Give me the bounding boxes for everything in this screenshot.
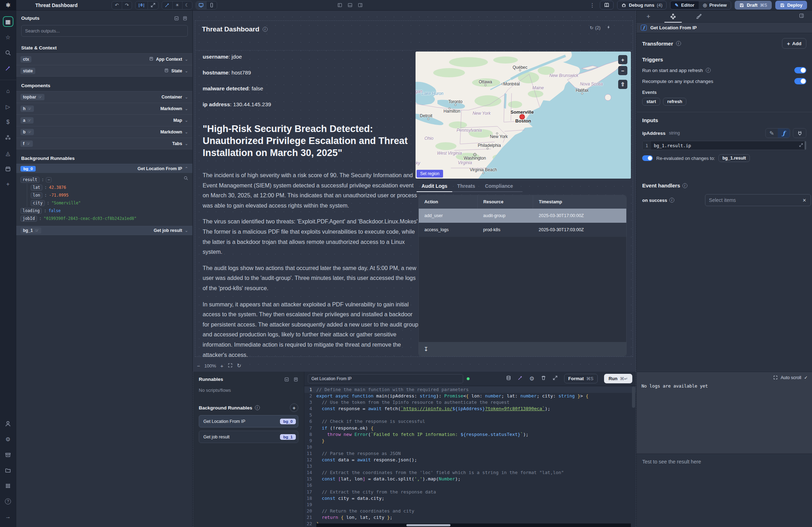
component-row-a[interactable]: a☞Map⌄ [16,114,192,126]
debug-runs-button[interactable]: Debug runs(4) [617,1,667,10]
editor-tab[interactable]: ✎Editor [670,1,698,9]
input-expression-editor[interactable]: 1 bg_1.result.ip [642,141,806,150]
dark-mode-icon[interactable]: ☾ [182,1,192,10]
editor-hscrollbar[interactable] [316,523,631,527]
recompute-toggle[interactable] [794,78,806,84]
ai-assistant-icon[interactable] [162,1,172,10]
docs-panel-icon[interactable] [183,16,187,21]
json-row-result[interactable]: result:− [20,176,188,184]
desktop-view-icon[interactable] [196,1,206,10]
component-row-f[interactable]: f☞Tabs⌄ [16,138,192,149]
variables-icon[interactable]: $ [3,117,13,127]
event-chip-refresh[interactable]: refresh [663,98,686,106]
mobile-view-icon[interactable] [206,1,217,10]
json-row-jobId[interactable]: jobId:"0199390f-2843-ceac-dc03-cf8b242a1… [20,215,188,222]
add-transformer-button[interactable]: +Add [782,38,806,49]
code-line[interactable]: 17 // Extract the city from the response… [304,489,636,495]
event-chip-start[interactable]: start [642,98,660,106]
docs-button[interactable] [600,1,614,10]
component-row-b[interactable]: b☞Markdown⌄ [16,126,192,138]
column-header-action[interactable]: Action [419,195,478,209]
code-line[interactable]: 18 const city = data.city; [304,495,636,502]
editor-vscrollbar[interactable] [632,387,635,408]
code-area[interactable]: 1// Define the main function with the re… [304,386,636,527]
insert-component-tab[interactable]: + [644,11,652,23]
run-button[interactable]: Run⌘↵ [604,374,632,383]
code-line[interactable]: 19 [304,502,636,508]
zoom-in-button[interactable]: + [220,363,223,369]
eval-input-mode-icon[interactable]: ƒ [778,128,790,138]
table-row[interactable]: access_logsprod-k8s2025-03-30T17:03:00Z [419,223,626,237]
layout-toggle-icons[interactable] [337,2,363,8]
code-line[interactable]: 8 throw new Error(`Failed to fetch IP in… [304,431,636,438]
code-line[interactable]: 9 } [304,438,636,444]
workers-icon[interactable] [3,449,13,460]
list-doc-icon[interactable] [293,377,298,382]
exit-arrow-icon[interactable]: → [3,511,13,522]
select-box-icon[interactable] [284,377,289,382]
json-row-lon[interactable]: lon:-71.0995 [27,191,188,199]
code-line[interactable]: 10 [304,444,636,450]
tab-threats[interactable]: Threats [452,181,480,191]
column-header-resource[interactable]: Resource [478,195,533,209]
recompute-bolt-icon[interactable] [606,25,611,31]
code-line[interactable]: 15 const [lat, lon] = data.loc.split(','… [304,476,636,482]
apps-grid-icon[interactable] [3,480,13,491]
windmill-logo-icon[interactable]: ✻ [0,0,16,11]
code-line[interactable]: 21 return { lon, lat, city }; [304,514,636,521]
cache-db-icon[interactable] [506,375,511,382]
code-line[interactable]: 4 const response = await fetch(`https://… [304,406,636,412]
search-icon[interactable] [3,47,13,58]
settings-gear-icon[interactable]: ⚙ [3,434,13,444]
tab-compliance[interactable]: Compliance [480,181,518,191]
code-line[interactable]: 2export async function main(ipAddress: s… [304,393,636,399]
table-row[interactable]: add_useraudit-group2025-03-30T17:00:00Z [419,209,626,223]
favorites-star-icon[interactable]: ☆ [3,32,13,42]
connect-input-icon[interactable] [793,128,806,138]
user-icon[interactable] [3,418,13,429]
ai-gen-icon[interactable] [518,375,523,382]
json-row-loading[interactable]: loading:false [20,207,188,215]
expand-editor-icon[interactable] [553,375,558,382]
ai-wand-icon[interactable] [3,63,13,73]
component-settings-tab[interactable] [668,11,678,23]
draft-button[interactable]: Draft⌘S [735,1,771,10]
bg1-row[interactable]: bg_1☞ Get job result⌄ [16,226,192,235]
runnable-item-bg_1[interactable]: Get job resultbg_1 [199,431,298,443]
code-line[interactable]: 13 [304,463,636,469]
column-header-timestamp[interactable]: Timestamp [533,195,626,209]
code-line[interactable]: 3 // Use the token from the Ipinfo resou… [304,399,636,406]
map-zoom-out-button[interactable]: − [618,66,627,75]
resources-icon[interactable] [3,132,13,143]
collapse-panel-icon[interactable] [799,13,804,20]
help-icon[interactable]: ? [3,496,13,507]
run-on-start-toggle[interactable] [794,67,806,73]
code-line[interactable]: 11 // Parse the response as JSON [304,450,636,457]
fit-view-icon[interactable] [228,363,233,369]
static-input-mode-icon[interactable]: ✎ [766,128,778,138]
zero-padding-icon[interactable]: |0| [136,1,148,10]
delete-script-icon[interactable] [541,375,546,382]
format-button[interactable]: Format⌘S [564,374,598,383]
schedules-icon[interactable]: ◬ [3,148,13,158]
search-outputs-input[interactable] [21,25,188,37]
script-name-input[interactable] [308,374,463,383]
expand-expr-icon[interactable] [799,143,803,148]
tab-audit-logs[interactable]: Audit Logs [417,181,452,191]
code-line[interactable]: 5 [304,412,636,418]
component-row-h[interactable]: h☞Markdown⌄ [16,103,192,114]
json-row-city[interactable]: city:"Somerville" [27,199,188,207]
code-line[interactable]: 14 // Extract the coordinates from the '… [304,469,636,476]
state-row-state[interactable]: stateState⌄ [16,65,192,77]
component-row-topbar[interactable]: topbar☞Container⌄ [16,91,192,103]
styling-tab[interactable] [694,11,704,23]
runnable-item-bg_0[interactable]: Get Location From IPbg_0 [199,415,298,427]
map-zoom-in-button[interactable]: + [618,55,627,64]
code-line[interactable]: 6 // Check if the response is successful [304,418,636,425]
map-component[interactable]: QuébecOttawaMontréalNew BrunswickNova Sc… [416,52,631,179]
light-mode-icon[interactable]: ☀ [172,1,182,10]
app-editor-icon[interactable]: ▦ [3,16,13,27]
preview-tab[interactable]: ◎Preview [699,1,731,9]
add-runnable-button[interactable]: + [290,403,298,412]
set-region-button[interactable]: Set region [417,170,443,178]
